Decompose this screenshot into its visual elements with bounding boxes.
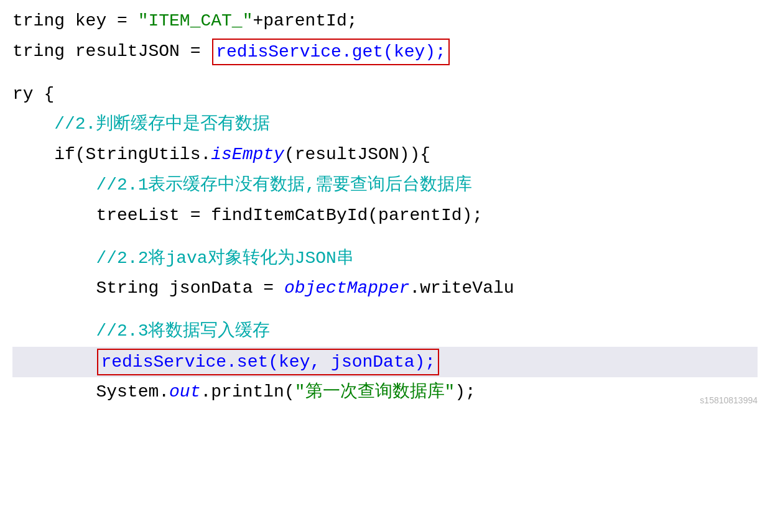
code-line-1: tring key = "ITEM_CAT_"+parentId; — [12, 6, 758, 37]
empty-line — [12, 231, 758, 244]
code-text: objectMapper — [284, 275, 410, 303]
code-line-8: //2.2将java对象转化为JSON串 — [12, 244, 758, 274]
code-text: tring resultJSON = — [12, 38, 211, 66]
code-text — [12, 348, 96, 376]
code-text: if(StringUtils. — [12, 141, 211, 169]
code-text: .writeValu — [410, 275, 514, 303]
code-line-3: ry { — [12, 80, 758, 110]
code-comment: //2.判断缓存中是否有数据 — [12, 111, 270, 139]
code-text: .println( — [200, 378, 294, 406]
code-line-6: //2.1表示缓存中没有数据,需要查询后台数据库 — [12, 170, 758, 201]
code-comment: //2.1表示缓存中没有数据,需要查询后台数据库 — [12, 172, 472, 200]
code-text: "ITEM_CAT_" — [138, 7, 253, 35]
code-boxed-1: redisService.get(key); — [212, 39, 450, 65]
code-text: (resultJSON)){ — [284, 141, 430, 169]
empty-line — [12, 67, 758, 80]
code-text: out — [169, 378, 200, 406]
code-boxed-2: redisService.set(key, jsonData); — [97, 349, 439, 375]
code-line-7: treeList = findItemCatById(parentId); — [12, 201, 758, 231]
code-line-4: //2.判断缓存中是否有数据 — [12, 109, 758, 140]
code-line-10: //2.3将数据写入缓存 — [12, 316, 758, 347]
code-line-5: if(StringUtils.isEmpty(resultJSON)){ — [12, 140, 758, 170]
code-text: treeList = findItemCatById(parentId); — [12, 202, 483, 230]
code-text: +parentId; — [253, 7, 357, 35]
watermark: s15810813994 — [700, 393, 758, 407]
code-comment: //2.2将java对象转化为JSON串 — [12, 245, 354, 273]
code-text: String jsonData = — [12, 275, 284, 303]
code-text: tring key = — [12, 7, 138, 35]
code-text: ); — [455, 378, 476, 406]
code-text: "第一次查询数据库" — [295, 378, 455, 406]
code-text: System. — [12, 378, 169, 406]
code-block: tring key = "ITEM_CAT_"+parentId; tring … — [12, 6, 758, 408]
code-line-11: redisService.set(key, jsonData); — [12, 347, 758, 377]
code-text: ry { — [12, 81, 54, 109]
code-line-2: tring resultJSON = redisService.get(key)… — [12, 37, 758, 67]
code-text: isEmpty — [211, 141, 284, 169]
code-line-12: System.out.println("第一次查询数据库"); — [12, 377, 758, 408]
empty-line — [12, 304, 758, 316]
code-line-9: String jsonData = objectMapper.writeValu — [12, 273, 758, 304]
code-comment: //2.3将数据写入缓存 — [12, 318, 270, 346]
